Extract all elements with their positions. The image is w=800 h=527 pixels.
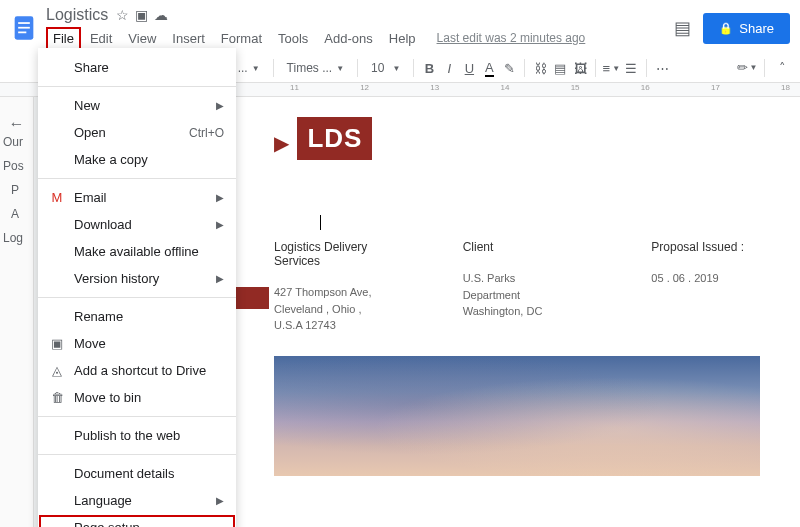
image-icon[interactable]: 🖼 — [572, 60, 588, 76]
drive-shortcut-icon: ◬ — [48, 363, 66, 378]
brand-badge: LDS — [297, 117, 372, 160]
menubar: File Edit View Insert Format Tools Add-o… — [46, 27, 674, 50]
menu-edit[interactable]: Edit — [83, 27, 119, 50]
file-menu-dropdown: Share New▶ OpenCtrl+O Make a copy MEmail… — [38, 48, 236, 527]
menu-addons[interactable]: Add-ons — [317, 27, 379, 50]
menu-tools[interactable]: Tools — [271, 27, 315, 50]
svg-rect-2 — [18, 27, 30, 29]
align-icon[interactable]: ≡▼ — [603, 60, 619, 76]
menu-offline[interactable]: Make available offline — [38, 238, 236, 265]
brand-arrow-icon: ▶ — [274, 132, 289, 154]
svg-rect-3 — [18, 32, 26, 34]
italic-icon[interactable]: I — [441, 60, 457, 76]
back-arrow-icon[interactable]: ← — [0, 115, 33, 133]
text-cursor — [320, 215, 321, 230]
menu-share[interactable]: Share — [38, 54, 236, 81]
trash-icon: 🗑 — [48, 390, 66, 405]
menu-view[interactable]: View — [121, 27, 163, 50]
company-address: 427 Thompson Ave, Cleveland , Ohio , U.S… — [274, 284, 383, 334]
menu-insert[interactable]: Insert — [165, 27, 212, 50]
outline-item[interactable]: Our — [3, 135, 24, 149]
font-size[interactable]: 10▼ — [365, 58, 406, 78]
star-icon[interactable]: ☆ — [116, 7, 129, 23]
menu-help[interactable]: Help — [382, 27, 423, 50]
client-body: U.S. Parks Department Washington, DC — [463, 270, 572, 320]
text-color-icon[interactable]: A — [481, 60, 497, 76]
menu-new[interactable]: New▶ — [38, 92, 236, 119]
outline-item[interactable]: Pos — [3, 159, 24, 173]
menu-download[interactable]: Download▶ — [38, 211, 236, 238]
move-folder-icon[interactable]: ▣ — [135, 7, 148, 23]
email-icon: M — [48, 190, 66, 205]
menu-page-setup[interactable]: Page setup — [38, 514, 236, 527]
link-icon[interactable]: ⛓ — [532, 60, 548, 76]
proposal-date: 05 . 06 . 2019 — [651, 270, 760, 287]
menu-version-history[interactable]: Version history▶ — [38, 265, 236, 292]
comment-add-icon[interactable]: ▤ — [552, 60, 568, 76]
hero-image — [274, 356, 760, 476]
document-title[interactable]: Logistics — [46, 6, 108, 24]
menu-move[interactable]: ▣Move — [38, 330, 236, 357]
expand-icon[interactable]: ˄ — [774, 59, 790, 75]
cloud-status-icon: ☁ — [154, 7, 168, 23]
comments-icon[interactable]: ▤ — [674, 17, 691, 39]
outline-item[interactable]: P — [3, 183, 24, 197]
outline-item[interactable]: Log — [3, 231, 24, 245]
menu-email[interactable]: MEmail▶ — [38, 184, 236, 211]
font-dropdown[interactable]: Times ...▼ — [281, 58, 350, 78]
bold-icon[interactable]: B — [421, 60, 437, 76]
highlight-icon[interactable]: ✎ — [501, 60, 517, 76]
folder-move-icon: ▣ — [48, 336, 66, 351]
menu-file[interactable]: File — [46, 27, 81, 50]
more-icon[interactable]: ⋯ — [654, 60, 670, 76]
menu-make-copy[interactable]: Make a copy — [38, 146, 236, 173]
editing-mode-icon[interactable]: ✏▼ — [739, 59, 755, 75]
last-edit-link[interactable]: Last edit was 2 minutes ago — [437, 27, 586, 50]
outline-item[interactable]: A — [3, 207, 24, 221]
underline-icon[interactable]: U — [461, 60, 477, 76]
client-header: Client — [463, 240, 572, 254]
menu-rename[interactable]: Rename — [38, 303, 236, 330]
proposal-header: Proposal Issued : — [651, 240, 760, 254]
menu-publish[interactable]: Publish to the web — [38, 422, 236, 449]
menu-language[interactable]: Language▶ — [38, 487, 236, 514]
document-outline: Our Pos P A Log — [3, 135, 24, 255]
company-header: Logistics Delivery Services — [274, 240, 383, 268]
menu-add-shortcut[interactable]: ◬Add a shortcut to Drive — [38, 357, 236, 384]
menu-move-bin[interactable]: 🗑Move to bin — [38, 384, 236, 411]
menu-format[interactable]: Format — [214, 27, 269, 50]
docs-logo-icon[interactable] — [10, 14, 38, 42]
share-button[interactable]: Share — [703, 13, 790, 44]
menu-open[interactable]: OpenCtrl+O — [38, 119, 236, 146]
line-spacing-icon[interactable]: ☰ — [623, 60, 639, 76]
menu-doc-details[interactable]: Document details — [38, 460, 236, 487]
svg-rect-1 — [18, 22, 30, 24]
